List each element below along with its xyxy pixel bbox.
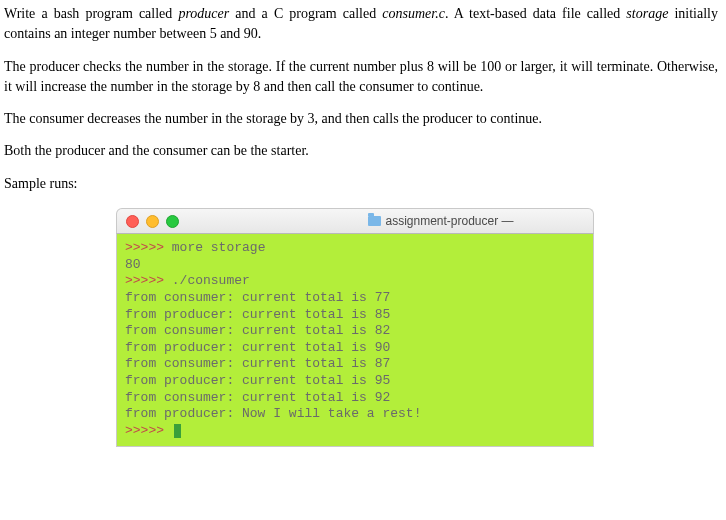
command-text: ./consumer [164, 273, 250, 288]
paragraph-producer: The producer checks the number in the st… [4, 57, 718, 98]
terminal-body[interactable]: >>>>> more storage 80 >>>>> ./consumer f… [116, 233, 594, 447]
shell-prompt: >>>>> [125, 273, 164, 288]
emphasis-consumer: consumer.c [382, 6, 445, 21]
text: Write a bash program called [4, 6, 178, 21]
emphasis-storage: storage [626, 6, 668, 21]
cursor-icon [174, 424, 181, 438]
text: . A text-based data file called [445, 6, 626, 21]
output-line: 80 [125, 257, 141, 272]
paragraph-consumer: The consumer decreases the number in the… [4, 109, 718, 129]
paragraph-sample: Sample runs: [4, 174, 718, 194]
window-title-text: assignment-producer — [385, 214, 513, 228]
output-line: from producer: current total is 90 [125, 340, 390, 355]
shell-prompt: >>>>> [125, 423, 164, 438]
output-line: from producer: Now I will take a rest! [125, 406, 421, 421]
traffic-lights [126, 215, 179, 228]
output-line: from producer: current total is 85 [125, 307, 390, 322]
output-line: from consumer: current total is 87 [125, 356, 390, 371]
text: and a C program called [229, 6, 382, 21]
output-line: from producer: current total is 95 [125, 373, 390, 388]
emphasis-producer: producer [178, 6, 229, 21]
paragraph-intro: Write a bash program called producer and… [4, 4, 718, 45]
output-line: from consumer: current total is 77 [125, 290, 390, 305]
zoom-icon[interactable] [166, 215, 179, 228]
paragraph-starter: Both the producer and the consumer can b… [4, 141, 718, 161]
window-title: assignment-producer — [117, 214, 593, 228]
window-titlebar: assignment-producer — [116, 208, 594, 233]
document-body: Write a bash program called producer and… [0, 0, 726, 194]
output-line: from consumer: current total is 92 [125, 390, 390, 405]
terminal-window: assignment-producer — >>>>> more storage… [116, 208, 594, 447]
command-text: more storage [164, 240, 265, 255]
folder-icon [368, 216, 381, 226]
shell-prompt: >>>>> [125, 240, 164, 255]
output-line: from consumer: current total is 82 [125, 323, 390, 338]
close-icon[interactable] [126, 215, 139, 228]
minimize-icon[interactable] [146, 215, 159, 228]
